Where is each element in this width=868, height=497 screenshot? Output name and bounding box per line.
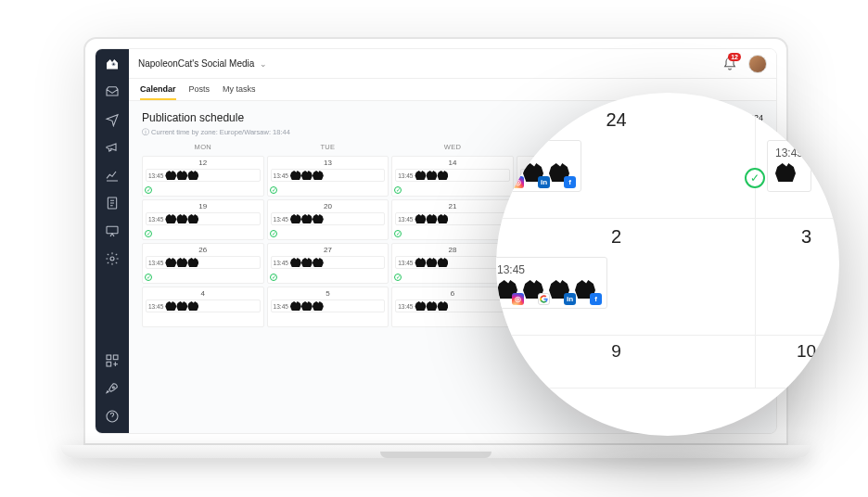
- post-chip[interactable]: 13:45: [271, 299, 386, 312]
- day-number: 20: [271, 202, 386, 210]
- day-number: 6: [395, 289, 510, 298]
- tab-calendar[interactable]: Calendar: [140, 79, 176, 100]
- day-number: 28: [395, 246, 510, 254]
- post-chip[interactable]: 13:45: [395, 169, 510, 182]
- day-number: 13: [271, 159, 386, 167]
- post-chip[interactable]: 13:45: [395, 212, 510, 225]
- zoom-cell-2[interactable]: 2 13:45 ◎inf ✓: [496, 219, 756, 335]
- svg-point-3: [110, 257, 114, 261]
- post-card[interactable]: 13:45 ◎inf: [496, 140, 581, 192]
- post-chip[interactable]: 13:45: [146, 299, 261, 312]
- approved-dot-icon: [394, 274, 402, 281]
- svg-rect-4: [107, 355, 111, 360]
- post-chip[interactable]: 13:45: [146, 212, 261, 225]
- laptop-notch: [380, 452, 491, 458]
- calendar-cell[interactable]: 1313:45: [267, 156, 389, 197]
- zoom-cell-24[interactable]: 24 13:45 ◎inf ✓: [496, 102, 756, 218]
- nav-publish-icon[interactable]: [105, 112, 120, 129]
- post-time: 13:45: [274, 172, 288, 179]
- post-time: 13:45: [148, 216, 163, 223]
- post-account-icon: f: [549, 163, 573, 185]
- nav-analytics-icon[interactable]: [105, 168, 120, 185]
- nav-reports-icon[interactable]: [105, 196, 120, 212]
- approved-dot-icon: [270, 274, 277, 281]
- post-card[interactable]: 13:45: [767, 140, 811, 192]
- fb-network-icon: f: [564, 176, 576, 188]
- post-time: 13:45: [775, 147, 803, 159]
- fb-network-icon: f: [590, 293, 602, 305]
- day-header: MON: [142, 143, 264, 153]
- nav-rocket-icon[interactable]: [105, 381, 120, 398]
- calendar-cell[interactable]: 1213:45: [142, 156, 264, 197]
- approved-dot-icon: [394, 230, 402, 237]
- zoom-cell-10[interactable]: 10: [756, 336, 839, 388]
- nav-apps-icon[interactable]: [105, 353, 120, 370]
- post-time: 13:45: [274, 260, 288, 266]
- day-number: 12: [146, 159, 261, 167]
- zoom-day: 10: [767, 341, 839, 362]
- svg-point-7: [112, 387, 114, 389]
- zoom-cell-3[interactable]: 3: [756, 219, 839, 335]
- calendar-cell[interactable]: 513:45: [267, 287, 389, 327]
- post-chip[interactable]: 13:45: [395, 256, 510, 269]
- post-time: 13:45: [497, 263, 599, 276]
- zoom-cell-25[interactable]: 25 13:45 ✓: [756, 102, 839, 218]
- logo-icon[interactable]: [102, 57, 122, 73]
- notification-badge: 12: [728, 53, 741, 61]
- day-number: 26: [146, 246, 261, 254]
- svg-point-0: [112, 63, 115, 66]
- post-chip[interactable]: 13:45: [271, 169, 386, 182]
- day-number: 14: [395, 159, 510, 167]
- day-header: TUE: [267, 143, 389, 153]
- post-chip[interactable]: 13:45: [395, 299, 510, 312]
- post-time: 13:45: [398, 172, 413, 179]
- day-number: 27: [271, 246, 386, 254]
- sidebar: [96, 49, 129, 433]
- user-avatar[interactable]: [748, 55, 767, 73]
- approved-dot-icon: [145, 186, 152, 194]
- post-chip[interactable]: 13:45: [271, 256, 386, 269]
- calendar-cell[interactable]: 1913:45: [142, 199, 264, 240]
- zoom-cell-9[interactable]: 9: [496, 336, 756, 388]
- post-time: 13:45: [148, 172, 163, 179]
- zoom-day: 9: [496, 341, 744, 362]
- notifications-button[interactable]: 12: [721, 55, 739, 73]
- nav-present-icon[interactable]: [105, 223, 120, 240]
- nav-megaphone-icon[interactable]: [105, 140, 120, 157]
- day-number: 21: [395, 202, 510, 210]
- calendar-cell[interactable]: 413:45: [142, 287, 264, 327]
- magnifier: 24 13:45 ◎inf ✓ 25 13:45 ✓: [496, 93, 839, 436]
- post-chip[interactable]: 13:45: [271, 212, 386, 225]
- post-time: 13:45: [274, 216, 288, 223]
- post-account-icon: in: [549, 280, 573, 302]
- post-card[interactable]: 13:45 ◎inf: [496, 257, 607, 309]
- post-chip[interactable]: 13:45: [146, 256, 261, 269]
- day-number: 4: [146, 289, 261, 298]
- approved-check-icon: ✓: [745, 168, 765, 188]
- post-account-icon: [523, 280, 547, 302]
- post-time: 13:45: [148, 260, 163, 266]
- workspace-name[interactable]: NapoleonCat's Social Media: [138, 58, 254, 69]
- post-time: 13:45: [274, 303, 288, 310]
- workspace-dropdown-icon[interactable]: ⌄: [260, 59, 267, 69]
- calendar-cell[interactable]: 2613:45: [142, 243, 264, 284]
- approved-dot-icon: [145, 230, 152, 237]
- zoom-day: 3: [767, 226, 839, 248]
- nav-settings-icon[interactable]: [105, 251, 120, 268]
- tab-posts[interactable]: Posts: [189, 79, 211, 100]
- calendar-cell[interactable]: 2013:45: [267, 199, 389, 240]
- post-account-icon: f: [575, 280, 599, 302]
- approved-dot-icon: [394, 186, 402, 194]
- post-account-icon: in: [523, 163, 547, 185]
- zoom-day: 24: [496, 109, 744, 131]
- tab-my-tasks[interactable]: My tasks: [223, 79, 256, 100]
- svg-rect-2: [107, 226, 118, 233]
- nav-inbox-icon[interactable]: [105, 84, 120, 101]
- zoom-day: 25: [767, 109, 839, 131]
- calendar-cell[interactable]: 2713:45: [267, 243, 389, 284]
- post-time: 13:45: [398, 260, 413, 266]
- day-number: 19: [146, 202, 261, 210]
- post-time: 13:45: [497, 147, 573, 159]
- nav-help-icon[interactable]: [105, 409, 120, 426]
- post-chip[interactable]: 13:45: [146, 169, 261, 182]
